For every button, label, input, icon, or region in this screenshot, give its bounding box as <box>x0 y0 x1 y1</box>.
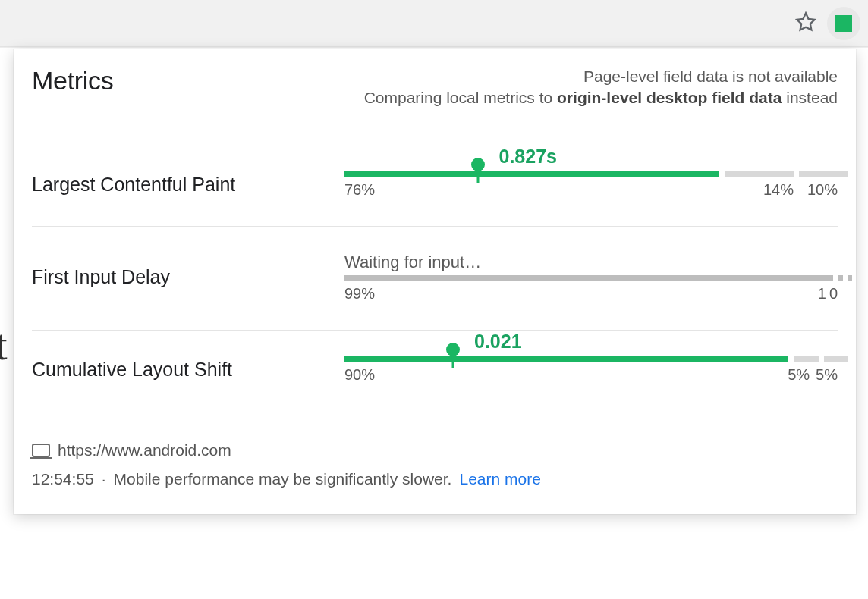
metric-row-lcp: Largest Contentful Paint 0.827s 76% 14% … <box>32 146 838 227</box>
extension-status-icon <box>835 15 852 32</box>
footer-warning: Mobile performance may be significantly … <box>114 470 452 488</box>
cls-label-poor: 5% <box>816 366 838 384</box>
lcp-label-ni: 14% <box>763 181 794 199</box>
fid-distribution: Waiting for input… 99% 1 0 <box>344 252 838 303</box>
popup-title: Metrics <box>32 66 113 96</box>
cls-bar-good <box>344 356 788 362</box>
bookmark-star-icon[interactable] <box>795 11 816 36</box>
note-line-2: Comparing local metrics to origin-level … <box>364 87 838 108</box>
fid-bar-poor <box>848 275 852 281</box>
note-line-1: Page-level field data is not available <box>364 66 838 87</box>
cls-labels: 90% 5% 5% <box>344 366 838 384</box>
desktop-device-icon <box>32 444 50 457</box>
cls-label-ni: 5% <box>788 366 810 384</box>
lcp-label-good: 76% <box>344 181 375 199</box>
web-vitals-popup: Metrics Page-level field data is not ava… <box>14 49 856 514</box>
lcp-bar-needs-improvement <box>725 171 794 177</box>
fid-labels: 99% 1 0 <box>344 285 838 303</box>
fid-waiting-text: Waiting for input… <box>344 252 838 272</box>
field-data-note: Page-level field data is not available C… <box>364 66 838 109</box>
fid-bars <box>344 275 838 281</box>
metric-name: Cumulative Layout Shift <box>32 359 344 381</box>
cls-local-marker-icon <box>446 343 460 356</box>
metric-row-fid: First Input Delay Waiting for input… 99%… <box>32 227 838 331</box>
metric-row-cls: Cumulative Layout Shift 0.021 90% 5% 5% <box>32 331 838 411</box>
lcp-bar-good <box>344 171 719 177</box>
fid-label-ni: 1 <box>818 285 826 303</box>
lcp-bar-poor <box>799 171 848 177</box>
popup-footer: https://www.android.com 12:54:55 · Mobil… <box>14 441 856 488</box>
footer-url: https://www.android.com <box>58 441 231 459</box>
footer-separator: · <box>102 470 106 488</box>
cls-label-good: 90% <box>344 366 375 384</box>
fid-label-good: 99% <box>344 285 375 303</box>
lcp-local-marker-icon <box>471 158 485 171</box>
lcp-label-poor: 10% <box>807 181 838 199</box>
cls-distribution: 0.021 90% 5% 5% <box>344 356 838 384</box>
learn-more-link[interactable]: Learn more <box>459 470 540 488</box>
fid-label-poor: 0 <box>829 285 838 303</box>
browser-toolbar <box>0 0 868 47</box>
lcp-value-label: 0.827s <box>499 146 557 168</box>
fid-bar-good <box>344 275 833 281</box>
fid-bar-needs-improvement <box>838 275 844 281</box>
footer-time: 12:54:55 <box>32 470 94 488</box>
cls-bar-poor <box>824 356 849 362</box>
background-glyph: t <box>0 321 8 369</box>
lcp-labels: 76% 14% 10% <box>344 181 838 199</box>
cls-bar-needs-improvement <box>794 356 819 362</box>
lcp-distribution: 0.827s 76% 14% 10% <box>344 171 838 199</box>
metric-name: Largest Contentful Paint <box>32 174 344 196</box>
extension-button[interactable] <box>827 7 860 40</box>
cls-value-label: 0.021 <box>474 331 522 353</box>
metric-name: First Input Delay <box>32 266 344 288</box>
cls-bars <box>344 356 838 362</box>
lcp-bars <box>344 171 838 177</box>
svg-marker-0 <box>797 13 814 30</box>
